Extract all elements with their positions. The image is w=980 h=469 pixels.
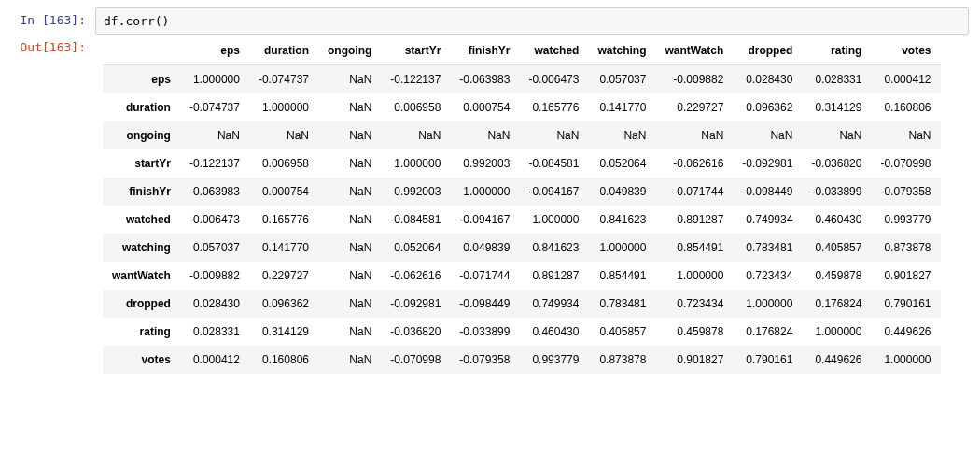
table-cell: 0.096362 xyxy=(249,290,318,318)
table-cell: 0.993779 xyxy=(519,346,588,374)
table-cell: 0.049839 xyxy=(588,178,655,206)
table-cell: 0.449626 xyxy=(871,318,940,346)
table-cell: -0.063983 xyxy=(180,178,249,206)
row-header: startYr xyxy=(103,149,180,178)
table-cell: 0.459878 xyxy=(655,318,733,346)
table-cell: 0.901827 xyxy=(655,346,733,374)
table-cell: 0.873878 xyxy=(871,234,940,262)
table-cell: NaN xyxy=(318,206,381,234)
row-header: ongoing xyxy=(103,121,180,149)
table-cell: -0.084581 xyxy=(519,149,588,178)
table-cell: 0.841623 xyxy=(588,206,655,234)
table-cell: 0.790161 xyxy=(733,346,802,374)
table-cell: 0.891287 xyxy=(655,206,733,234)
table-cell: 0.006958 xyxy=(381,93,450,121)
table-cell: 0.176824 xyxy=(802,290,871,318)
table-cell: 0.052064 xyxy=(588,149,655,178)
table-cell: -0.009882 xyxy=(180,262,249,290)
table-cell: 1.000000 xyxy=(381,149,450,178)
table-cell: 0.891287 xyxy=(519,262,588,290)
output-cell: Out[163]: epsdurationongoingstartYrfinis… xyxy=(11,35,969,374)
column-header: watching xyxy=(588,36,655,65)
table-row: ongoingNaNNaNNaNNaNNaNNaNNaNNaNNaNNaNNaN xyxy=(103,121,941,149)
table-cell: 0.405857 xyxy=(802,234,871,262)
table-cell: 0.314129 xyxy=(802,93,871,121)
table-cell: -0.079358 xyxy=(450,346,519,374)
table-cell: 0.028430 xyxy=(733,65,802,94)
column-header: finishYr xyxy=(450,36,519,65)
table-cell: 0.176824 xyxy=(733,318,802,346)
table-cell: -0.079358 xyxy=(871,178,940,206)
table-row: rating0.0283310.314129NaN-0.036820-0.033… xyxy=(103,318,941,346)
table-cell: 0.096362 xyxy=(733,93,802,121)
table-cell: -0.094167 xyxy=(519,178,588,206)
table-cell: 0.000412 xyxy=(180,346,249,374)
table-cell: 0.873878 xyxy=(588,346,655,374)
table-cell: -0.062616 xyxy=(655,149,733,178)
input-prompt: In [163]: xyxy=(11,7,95,33)
table-cell: 0.057037 xyxy=(588,65,655,94)
table-cell: 0.460430 xyxy=(802,206,871,234)
table-cell: 0.052064 xyxy=(381,234,450,262)
table-cell: -0.092981 xyxy=(733,149,802,178)
table-cell: 0.165776 xyxy=(249,206,318,234)
code-input[interactable]: df.corr() xyxy=(95,7,969,35)
table-cell: 1.000000 xyxy=(802,318,871,346)
table-cell: NaN xyxy=(180,121,249,149)
column-header: wantWatch xyxy=(655,36,733,65)
table-cell: 0.006958 xyxy=(249,149,318,178)
table-cell: NaN xyxy=(733,121,802,149)
row-header: dropped xyxy=(103,290,180,318)
table-cell: NaN xyxy=(318,234,381,262)
table-cell: -0.006473 xyxy=(519,65,588,94)
table-cell: -0.063983 xyxy=(450,65,519,94)
input-cell: In [163]: df.corr() xyxy=(11,7,969,35)
correlation-table: epsdurationongoingstartYrfinishYrwatched… xyxy=(103,36,941,374)
table-row: wantWatch-0.0098820.229727NaN-0.062616-0… xyxy=(103,262,941,290)
column-header: ongoing xyxy=(318,36,381,65)
table-row: finishYr-0.0639830.000754NaN0.9920031.00… xyxy=(103,178,941,206)
table-cell: 0.749934 xyxy=(519,290,588,318)
table-cell: NaN xyxy=(655,121,733,149)
table-cell: NaN xyxy=(318,262,381,290)
table-cell: 0.028331 xyxy=(802,65,871,94)
table-cell: 0.783481 xyxy=(588,290,655,318)
table-cell: -0.122137 xyxy=(180,149,249,178)
table-cell: 1.000000 xyxy=(871,346,940,374)
table-cell: 0.783481 xyxy=(733,234,802,262)
table-cell: -0.092981 xyxy=(381,290,450,318)
table-cell: 0.992003 xyxy=(381,178,450,206)
table-cell: 1.000000 xyxy=(655,262,733,290)
table-cell: 0.057037 xyxy=(180,234,249,262)
table-cell: NaN xyxy=(318,121,381,149)
column-header: rating xyxy=(802,36,871,65)
table-cell: NaN xyxy=(519,121,588,149)
table-cell: 0.854491 xyxy=(655,234,733,262)
table-cell: 0.449626 xyxy=(802,346,871,374)
table-row: watching0.0570370.141770NaN0.0520640.049… xyxy=(103,234,941,262)
table-cell: 0.993779 xyxy=(871,206,940,234)
table-cell: -0.074737 xyxy=(180,93,249,121)
table-cell: 0.992003 xyxy=(450,149,519,178)
table-cell: NaN xyxy=(249,121,318,149)
row-header: rating xyxy=(103,318,180,346)
column-header: votes xyxy=(871,36,940,65)
table-cell: -0.006473 xyxy=(180,206,249,234)
column-header: duration xyxy=(249,36,318,65)
table-cell: -0.033899 xyxy=(802,178,871,206)
table-cell: NaN xyxy=(318,290,381,318)
table-cell: 0.160806 xyxy=(249,346,318,374)
table-cell: 0.229727 xyxy=(249,262,318,290)
table-cell: NaN xyxy=(588,121,655,149)
table-cell: 0.460430 xyxy=(519,318,588,346)
table-cell: NaN xyxy=(450,121,519,149)
table-cell: 1.000000 xyxy=(249,93,318,121)
table-row: votes0.0004120.160806NaN-0.070998-0.0793… xyxy=(103,346,941,374)
table-cell: 0.000754 xyxy=(450,93,519,121)
table-cell: 0.160806 xyxy=(871,93,940,121)
column-header: watched xyxy=(519,36,588,65)
table-cell: 0.841623 xyxy=(519,234,588,262)
output-prompt: Out[163]: xyxy=(11,35,95,60)
table-cell: 0.229727 xyxy=(655,93,733,121)
table-row: dropped0.0284300.096362NaN-0.092981-0.09… xyxy=(103,290,941,318)
